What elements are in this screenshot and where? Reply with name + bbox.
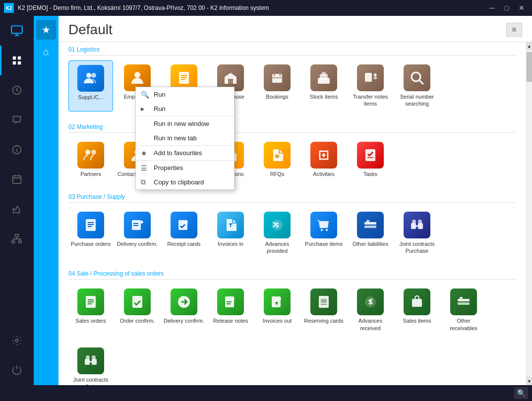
svg-rect-59 (227, 303, 231, 304)
icon-transfer-notes[interactable]: Transfer notes items (348, 60, 393, 112)
favorites-star-button[interactable]: ★ (36, 20, 56, 40)
icon-purchase-orders[interactable]: Purchase orders (68, 208, 113, 259)
search-icon: 🔍 (141, 91, 149, 99)
menu-button[interactable]: ≡ (506, 23, 522, 37)
icon-sales-items[interactable]: Sales items (395, 285, 439, 336)
purchase-orders-label: Purchase orders (71, 240, 111, 247)
icon-reserving-cards[interactable]: Reserving cards (301, 285, 346, 336)
icon-receipt-cards[interactable]: Receipt cards (162, 208, 206, 259)
content-scroll[interactable]: 01 Logistics Suppl./C... Emp (59, 42, 526, 385)
activities-icon-img (310, 142, 337, 169)
activities-label: Activities (313, 171, 334, 177)
scroll-down-arrow[interactable]: ▼ (527, 377, 532, 385)
sidebar-item-calendar[interactable] (0, 165, 34, 194)
sidebar-item-info[interactable] (0, 135, 34, 165)
svg-rect-40 (133, 223, 138, 224)
icon-joint-contracts-purchase[interactable]: Joint contracts Purchase (395, 208, 439, 259)
context-menu-run-arrow[interactable]: ▶ Run (136, 102, 234, 116)
sidebar-item-settings[interactable] (0, 326, 34, 355)
purchase-items-label: Purchase items (305, 240, 343, 247)
bottom-bar: 🔍 (0, 385, 532, 401)
section-header-logistics: 01 Logistics (68, 42, 516, 56)
context-menu-copy-clipboard[interactable]: ⧉ Copy to clipboard (136, 175, 234, 189)
list-icon: ☰ (141, 164, 147, 172)
icon-delivery-confirm-out[interactable]: Delivery confirm. (162, 285, 206, 336)
scroll-up-arrow[interactable]: ▲ (527, 42, 532, 50)
suppl-icon-img (77, 65, 104, 92)
svg-rect-67 (458, 299, 470, 301)
close-button[interactable]: ✕ (515, 3, 528, 13)
context-menu-properties[interactable]: ☰ Properties (136, 161, 234, 175)
advances-provided-label: Advances provided (257, 240, 297, 255)
maximize-button[interactable]: □ (500, 3, 513, 13)
joint-contracts-purchase-icon-img (404, 212, 430, 238)
icon-purchase-items[interactable]: Purchase items (301, 208, 346, 259)
icon-tasks[interactable]: Tasks (348, 138, 393, 181)
delivery-confirm-out-icon-img (171, 288, 197, 315)
icon-joint-contracts-sale[interactable]: Joint contracts Sale (68, 344, 113, 385)
sales-items-icon-img (404, 288, 430, 315)
section-purchase: 03 Purchase / Supply Purchase orders (68, 189, 516, 259)
svg-rect-8 (19, 241, 21, 243)
sidebar-item-chat[interactable] (0, 105, 34, 135)
context-menu-run-new-tab[interactable]: Run in new tab (136, 131, 234, 145)
context-menu-run-search[interactable]: 🔍 Run (136, 87, 234, 102)
sales-icons: Sales orders Order confirm. (68, 285, 516, 336)
sidebar-item-monitor[interactable] (0, 16, 34, 46)
icon-rfqs[interactable]: RFQs (255, 138, 299, 181)
home-button[interactable]: ⌂ (36, 42, 56, 61)
icon-serial-number[interactable]: Serial number searching (395, 60, 439, 112)
svg-rect-62 (321, 299, 327, 303)
bookings-label: Bookings (266, 93, 288, 100)
app-body: ★ ⌂ Default ≡ 01 Logistics (0, 16, 532, 385)
icon-partners[interactable]: Partners (68, 138, 113, 181)
delivery-confirm-out-label: Delivery confirm. (164, 317, 204, 324)
invoices-in-icon-img (217, 212, 244, 238)
joint-sale-icons: Joint contracts Sale (68, 344, 516, 385)
icon-other-liabilities[interactable]: Other liabilities (348, 208, 393, 259)
icon-bookings[interactable]: Bookings (255, 60, 299, 112)
sidebar-item-chart[interactable] (0, 194, 34, 224)
minimize-button[interactable]: ─ (485, 3, 498, 13)
icon-suppl[interactable]: Suppl./C... (68, 60, 113, 112)
main-header: Default ≡ (59, 16, 532, 42)
transfer-notes-label: Transfer notes items (350, 93, 391, 108)
sidebar-item-power[interactable] (0, 355, 34, 385)
bottom-search-button[interactable]: 🔍 (514, 387, 528, 399)
icon-stock-items[interactable]: Stock items (301, 60, 346, 112)
sidebar-item-clock[interactable] (0, 75, 34, 105)
icon-activities[interactable]: Activities (301, 138, 346, 181)
sidebar-item-network[interactable] (0, 224, 34, 254)
svg-rect-17 (181, 77, 187, 78)
scroll-thumb[interactable] (527, 52, 532, 82)
advances-received-icon-img: $ (357, 288, 384, 315)
other-receivables-icon-img (450, 288, 477, 315)
icon-delivery-confirm-in[interactable]: Delivery confirm. (115, 208, 160, 259)
svg-rect-50 (411, 223, 416, 229)
svg-rect-58 (227, 301, 232, 302)
partners-icon-img (77, 142, 104, 169)
sales-items-label: Sales items (403, 317, 431, 324)
joint-contracts-sale-label: Joint contracts Sale (70, 376, 111, 385)
icon-invoices-out[interactable]: Invoices out (255, 285, 299, 336)
advances-provided-icon-img: $ (264, 212, 291, 238)
svg-point-46 (326, 229, 328, 231)
svg-rect-16 (181, 75, 187, 76)
sales-orders-label: Sales orders (75, 317, 106, 324)
icon-advances-provided[interactable]: $ Advances provided (255, 208, 299, 259)
icon-release-notes[interactable]: Release notes (208, 285, 253, 336)
delivery-confirm-in-icon-img (124, 212, 151, 238)
invoices-out-icon-img (264, 288, 291, 315)
icon-sales-orders[interactable]: Sales orders (68, 285, 113, 336)
icon-order-confirm[interactable]: Order confirm. (115, 285, 160, 336)
svg-rect-10 (15, 234, 18, 237)
sidebar-item-grid[interactable] (0, 46, 34, 75)
context-menu-add-favourites[interactable]: ★ Add to favourites (136, 146, 234, 160)
svg-rect-49 (366, 220, 369, 222)
scrollbar[interactable]: ▲ ▼ (526, 42, 532, 385)
context-menu-run-new-window[interactable]: Run in new window (136, 116, 234, 131)
icon-invoices-in[interactable]: Invoices in (208, 208, 253, 259)
svg-rect-1 (13, 57, 16, 59)
icon-advances-received[interactable]: $ Advances received (348, 285, 393, 336)
icon-other-receivables[interactable]: Other receivables (441, 285, 486, 336)
